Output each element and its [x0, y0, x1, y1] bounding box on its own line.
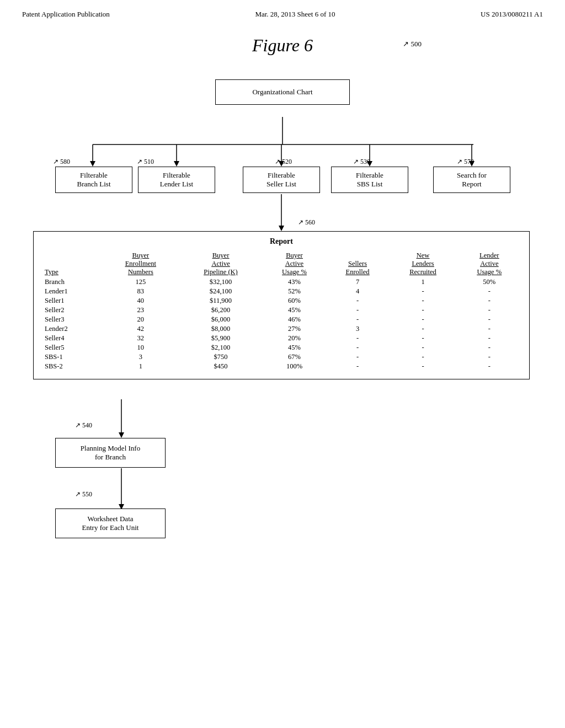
ref-550: ↗ 550 [75, 490, 92, 499]
cell-new-lenders: - [388, 352, 457, 362]
cell-lender-usage: 50% [457, 277, 521, 287]
cell-sellers: - [327, 343, 389, 352]
cell-sellers: 3 [327, 324, 389, 334]
col-type-header: Type [41, 250, 102, 277]
cell-buyer-enroll: 3 [102, 352, 179, 362]
cell-lender-usage: - [457, 343, 521, 352]
cell-usage: 20% [262, 334, 326, 343]
table-row: Seller5 10 $2,100 45% - - - [41, 343, 521, 352]
cell-sellers: - [327, 296, 389, 306]
cell-usage: 27% [262, 324, 326, 334]
cell-usage: 52% [262, 287, 326, 296]
cell-buyer-enroll: 40 [102, 296, 179, 306]
cell-sellers: 4 [327, 287, 389, 296]
cell-sellers: - [327, 334, 389, 343]
cell-type: Seller3 [41, 315, 102, 324]
cell-buyer-enroll: 10 [102, 343, 179, 352]
ref-530: ↗ 530 [353, 158, 370, 166]
table-row: Lender2 42 $8,000 27% 3 - - [41, 324, 521, 334]
table-row: Seller2 23 $6,200 45% - - - [41, 306, 521, 315]
col-buyer-pipeline-header: BuyerActivePipeline (K) [179, 250, 263, 277]
search-report-box: Search for Report [433, 167, 510, 193]
col-sellers-header: SellersEnrolled [327, 250, 389, 277]
cell-sellers: - [327, 362, 389, 371]
cell-pipeline: $32,100 [179, 277, 263, 287]
cell-sellers: - [327, 352, 389, 362]
cell-pipeline: $24,100 [179, 287, 263, 296]
header-right: US 2013/0080211 A1 [481, 10, 543, 19]
cell-new-lenders: - [388, 296, 457, 306]
cell-pipeline: $2,100 [179, 343, 263, 352]
report-table: Type BuyerEnrollmentNumbers BuyerActiveP… [41, 250, 521, 371]
header-left: Patent Application Publication [22, 10, 110, 19]
cell-new-lenders: - [388, 334, 457, 343]
cell-buyer-enroll: 83 [102, 287, 179, 296]
col-buyer-usage-header: BuyerActiveUsage % [262, 250, 326, 277]
cell-type: Seller5 [41, 343, 102, 352]
cell-new-lenders: - [388, 315, 457, 324]
svg-marker-3 [90, 161, 95, 167]
filterable-sbs-box: Filterable SBS List [331, 167, 408, 193]
table-row: Seller4 32 $5,900 20% - - - [41, 334, 521, 343]
cell-buyer-enroll: 125 [102, 277, 179, 287]
cell-buyer-enroll: 1 [102, 362, 179, 371]
cell-type: Branch [41, 277, 102, 287]
cell-pipeline: $8,000 [179, 324, 263, 334]
ref-560: ↗ 560 [298, 218, 315, 227]
cell-type: SBS-2 [41, 362, 102, 371]
report-title: Report [41, 237, 521, 246]
svg-marker-13 [279, 226, 284, 231]
cell-new-lenders: - [388, 287, 457, 296]
table-row: Branch 125 $32,100 43% 7 1 50% [41, 277, 521, 287]
cell-sellers: 7 [327, 277, 389, 287]
svg-marker-5 [174, 161, 179, 167]
page-header: Patent Application Publication Mar. 28, … [0, 0, 565, 24]
figure-title: Figure 6 [252, 35, 313, 55]
org-chart-box: Organizational Chart [215, 79, 350, 105]
cell-type: Seller4 [41, 334, 102, 343]
planning-model-box: Planning Model Info for Branch [55, 438, 166, 468]
svg-marker-15 [119, 432, 124, 438]
cell-type: Seller1 [41, 296, 102, 306]
table-header-row: Type BuyerEnrollmentNumbers BuyerActiveP… [41, 250, 521, 277]
ref-520: ↗ 520 [275, 158, 292, 166]
cell-sellers: - [327, 315, 389, 324]
diagram-area: Figure 6 ↗ 500 [0, 24, 565, 697]
cell-lender-usage: - [457, 315, 521, 324]
ref-580: ↗ 580 [53, 158, 70, 166]
cell-usage: 67% [262, 352, 326, 362]
cell-pipeline: $450 [179, 362, 263, 371]
table-row: SBS-2 1 $450 100% - - - [41, 362, 521, 371]
col-buyer-enroll-header: BuyerEnrollmentNumbers [102, 250, 179, 277]
table-row: Seller1 40 $11,900 60% - - - [41, 296, 521, 306]
table-row: Lender1 83 $24,100 52% 4 - - [41, 287, 521, 296]
cell-pipeline: $750 [179, 352, 263, 362]
col-new-lenders-header: NewLendersRecruited [388, 250, 457, 277]
cell-buyer-enroll: 32 [102, 334, 179, 343]
cell-type: Lender1 [41, 287, 102, 296]
table-row: SBS-1 3 $750 67% - - - [41, 352, 521, 362]
cell-lender-usage: - [457, 362, 521, 371]
report-container: Report Type BuyerEnrollmentNumbers Buyer… [33, 231, 530, 379]
cell-lender-usage: - [457, 287, 521, 296]
cell-new-lenders: - [388, 324, 457, 334]
cell-new-lenders: - [388, 362, 457, 371]
cell-lender-usage: - [457, 334, 521, 343]
cell-usage: 100% [262, 362, 326, 371]
cell-new-lenders: - [388, 343, 457, 352]
report-table-wrapper: Report Type BuyerEnrollmentNumbers Buyer… [33, 231, 530, 379]
figure-number-label: ↗ 500 [403, 40, 422, 49]
cell-type: Seller2 [41, 306, 102, 315]
cell-buyer-enroll: 23 [102, 306, 179, 315]
cell-new-lenders: - [388, 306, 457, 315]
ref-540: ↗ 540 [75, 421, 92, 430]
col-lender-usage-header: LenderActiveUsage % [457, 250, 521, 277]
cell-sellers: - [327, 306, 389, 315]
filterable-seller-box: Filterable Seller List [243, 167, 320, 193]
table-row: Seller3 20 $6,000 46% - - - [41, 315, 521, 324]
worksheet-box: Worksheet Data Entry for Each Unit [55, 508, 166, 538]
cell-pipeline: $11,900 [179, 296, 263, 306]
cell-lender-usage: - [457, 306, 521, 315]
filterable-lender-box: Filterable Lender List [138, 167, 215, 193]
cell-lender-usage: - [457, 296, 521, 306]
